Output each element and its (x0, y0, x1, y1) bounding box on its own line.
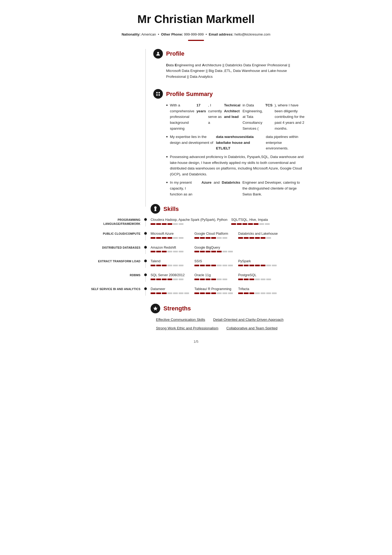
skill-entry: SQL Server 2008/2012 (151, 273, 191, 280)
strengths-icon (151, 304, 160, 313)
skill-bar-empty (179, 237, 183, 239)
skill-bar-filled (156, 279, 161, 280)
skill-bar-filled (151, 265, 155, 266)
skill-bar (151, 223, 228, 225)
skill-bar-empty (217, 237, 222, 239)
skill-name: SSIS (194, 259, 234, 264)
skill-bar-filled (167, 279, 172, 280)
strength-item: Detail-Oriented and Clarity-Driven Appro… (213, 317, 283, 322)
skill-bar-filled (206, 265, 210, 266)
skill-name: Cloudera Hadoop, Apache Spark (PySpark),… (151, 217, 228, 222)
skill-items: Amazon RedshiftGoogle BigQuery (147, 245, 305, 254)
skill-bar-empty (179, 251, 183, 252)
skill-category-row: PROGRAMMING LANGUAGE/FRAMEWORKCloudera H… (87, 217, 305, 226)
skill-bar-filled (200, 292, 205, 294)
skill-bar-filled (249, 237, 254, 239)
skills-rows: PROGRAMMING LANGUAGE/FRAMEWORKCloudera H… (87, 217, 305, 296)
skill-bar-empty (222, 237, 227, 239)
skill-bar-filled (211, 279, 216, 280)
skill-bar-filled (206, 251, 210, 252)
skill-dot (144, 232, 147, 235)
skill-bar-filled (238, 237, 243, 239)
skill-bar-filled (242, 223, 247, 225)
skill-bar-filled (249, 279, 254, 280)
skill-bar-filled (255, 237, 260, 239)
skill-category-row: RDBMSSQL Server 2008/2012Oracle 11gPostg… (87, 273, 305, 282)
skill-bar-filled (200, 251, 205, 252)
skill-bar-filled (194, 265, 199, 266)
skill-entry: Amazon Redshift (151, 245, 191, 253)
skill-bar-empty (173, 237, 178, 239)
skill-items: Microsoft AzureGoogle Cloud PlatformData… (147, 231, 305, 240)
skill-bar (238, 265, 278, 266)
skill-dot (144, 287, 147, 290)
skill-dot (144, 218, 147, 221)
skill-bar-filled (162, 223, 167, 225)
skill-category-label: PUBLIC CLOUD/COMPUTE (87, 231, 145, 236)
skill-bar-empty (266, 279, 271, 280)
skill-bar (194, 251, 234, 252)
profile-title: Profile (166, 49, 184, 58)
profile-icon (153, 49, 163, 59)
skill-bar (238, 279, 278, 280)
skill-bar-filled (255, 265, 260, 266)
header-meta: Nationality: American • Other Phone: 999… (87, 32, 305, 37)
strength-item: Strong Work Ethic and Professionalism (156, 326, 218, 331)
skill-bar-filled (200, 265, 205, 266)
skill-bar-empty (266, 237, 271, 239)
skill-bar-empty (179, 223, 183, 225)
skill-bar-filled (156, 223, 161, 225)
skill-bar-empty (222, 279, 227, 280)
skill-bar-empty (217, 265, 222, 266)
skill-bar-empty (179, 279, 183, 280)
skill-category-row: DISTRIBUTED DATABASESAmazon RedshiftGoog… (87, 245, 305, 254)
skill-entry: Microsoft Azure (151, 231, 191, 239)
skill-entry: Google BigQuery (194, 245, 234, 253)
summary-item-1: With a comprehensive professional backgr… (166, 102, 305, 131)
skill-bar-filled (151, 223, 155, 225)
page-footer: 1/5 (87, 339, 305, 344)
skill-name: Amazon Redshift (151, 245, 191, 250)
skill-bar-empty (259, 223, 264, 225)
skill-name: Trifacta (238, 287, 278, 292)
skill-bar-filled (231, 223, 236, 225)
skill-bar (194, 237, 234, 239)
skill-bar-filled (244, 292, 249, 294)
skill-bar-empty (261, 292, 265, 294)
skill-bar-filled (194, 237, 199, 239)
skill-bar (151, 292, 191, 294)
skill-name: SQL/TSQL, Hive, Impala (231, 217, 271, 222)
skill-bar-filled (261, 237, 265, 239)
header-divider (188, 40, 204, 41)
skill-bar-filled (244, 237, 249, 239)
skill-name: Tableau/ R Programming (194, 287, 234, 292)
profile-summary-header: Profile Summary (153, 89, 305, 99)
page-number: 1/5 (194, 340, 198, 344)
skill-items: Cloudera Hadoop, Apache Spark (PySpark),… (147, 217, 305, 226)
summary-item-4: In my present capacity, I function as an… (166, 180, 305, 197)
skill-bar-filled (206, 292, 210, 294)
email-value: hello@kickresume.com (234, 32, 271, 36)
skill-bar-filled (156, 292, 161, 294)
skill-bar (194, 265, 234, 266)
strength-item: Effective Communication Skills (156, 317, 205, 322)
svg-rect-4 (159, 94, 160, 96)
skill-bar-empty (173, 279, 178, 280)
skill-entry: Tableau/ R Programming (194, 287, 234, 294)
skill-entry: SQL/TSQL, Hive, Impala (231, 217, 271, 225)
skill-bar-filled (249, 292, 254, 294)
skill-bar-filled (238, 292, 243, 294)
skill-entry: Talend (151, 259, 191, 266)
skill-bar-filled (211, 237, 216, 239)
profile-summary-title: Profile Summary (166, 90, 213, 98)
skill-bar-filled (211, 251, 216, 252)
summary-item-3: Possessing advanced proficiency in Datab… (166, 154, 305, 177)
skill-name: PostgreSQL (238, 273, 278, 278)
skill-name: Microsoft Azure (151, 231, 191, 236)
skill-bar-filled (156, 237, 161, 239)
skill-dot (144, 273, 147, 276)
skill-name: Databricks and Lakehouse (238, 231, 278, 236)
profile-text: Data Engineering and Architecture || Dat… (166, 62, 305, 80)
skill-bar-filled (167, 223, 172, 225)
skills-section: Skills PROGRAMMING LANGUAGE/FRAMEWORKClo… (87, 204, 305, 296)
